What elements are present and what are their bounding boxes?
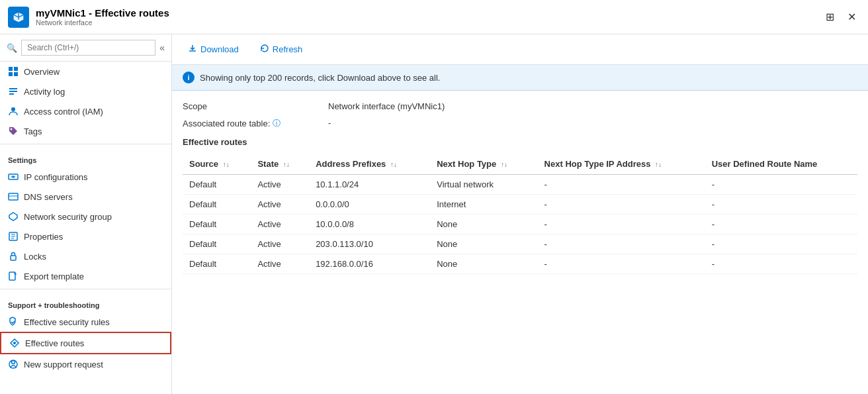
info-tooltip-icon: ⓘ <box>273 118 281 129</box>
refresh-icon <box>260 44 269 55</box>
download-icon <box>188 44 197 55</box>
effective-routes-section-title: Effective routes <box>183 137 857 147</box>
sidebar-item-overview[interactable]: Overview <box>0 62 171 81</box>
svg-rect-1 <box>14 67 18 71</box>
toolbar: Download Refresh <box>172 34 868 65</box>
search-box: 🔍 « <box>0 34 171 62</box>
scope-value: Network interface (myVMNic1) <box>328 101 445 111</box>
svg-point-8 <box>11 128 13 130</box>
sidebar: 🔍 « Overview Activity log Access control… <box>0 34 172 394</box>
svg-point-16 <box>13 342 16 344</box>
svg-point-7 <box>11 107 15 111</box>
col-state[interactable]: State ↑↓ <box>251 154 309 175</box>
nsg-icon <box>8 211 19 222</box>
access-control-icon <box>8 106 19 117</box>
routes-table: Source ↑↓ State ↑↓ Address Prefixes ↑↓ <box>183 154 857 274</box>
sidebar-item-security-label: Effective security rules <box>24 317 110 327</box>
sidebar-item-tags-label: Tags <box>24 126 42 136</box>
locks-icon <box>8 251 19 262</box>
table-row: DefaultActive10.0.0.0/8None-- <box>183 215 857 234</box>
content-body: Scope Network interface (myVMNic1) Assoc… <box>172 91 868 285</box>
settings-section-label: Settings <box>0 147 171 167</box>
sort-state-icon: ↑↓ <box>283 161 290 168</box>
main-layout: 🔍 « Overview Activity log Access control… <box>0 34 868 394</box>
svg-rect-3 <box>14 72 18 76</box>
sidebar-item-effective-routes[interactable]: Effective routes <box>0 332 171 354</box>
scope-row: Scope Network interface (myVMNic1) <box>183 101 857 111</box>
effective-security-icon <box>8 317 19 327</box>
scope-label: Scope <box>183 101 328 111</box>
sidebar-item-dns-label: DNS servers <box>24 192 73 202</box>
download-label: Download <box>200 44 239 54</box>
dns-icon <box>8 191 19 202</box>
col-next-hop-ip[interactable]: Next Hop Type IP Address ↑↓ <box>538 154 705 175</box>
table-row: DefaultActive10.1.1.0/24Virtual network-… <box>183 175 857 195</box>
info-banner: i Showing only top 200 records, click Do… <box>172 65 868 91</box>
page-title: myVMNic1 - Effective routes <box>36 7 169 19</box>
sidebar-item-properties[interactable]: Properties <box>0 226 171 246</box>
overview-icon <box>8 66 19 77</box>
svg-rect-5 <box>9 91 17 92</box>
title-bar-right: ⊞ ✕ <box>822 9 860 25</box>
properties-icon <box>8 231 19 242</box>
title-bar-left: myVMNic1 - Effective routes Network inte… <box>8 7 169 28</box>
sort-hop-ip-icon: ↑↓ <box>655 161 662 168</box>
support-divider <box>0 289 171 289</box>
page-subtitle: Network interface <box>36 19 169 26</box>
refresh-button[interactable]: Refresh <box>255 41 308 58</box>
close-button[interactable]: ✕ <box>844 9 860 25</box>
col-source[interactable]: Source ↑↓ <box>183 154 251 175</box>
sidebar-item-access-control-label: Access control (IAM) <box>24 107 103 117</box>
route-table-row: Associated route table: ⓘ - <box>183 118 857 129</box>
sort-hop-type-icon: ↑↓ <box>501 161 507 168</box>
info-message: Showing only top 200 records, click Down… <box>200 73 441 83</box>
ip-config-icon <box>8 172 19 182</box>
col-next-hop-type[interactable]: Next Hop Type ↑↓ <box>430 154 537 175</box>
sidebar-item-new-support-request[interactable]: New support request <box>0 354 171 374</box>
sidebar-item-dns-servers[interactable]: DNS servers <box>0 187 171 207</box>
sidebar-item-export-label: Export template <box>24 271 84 281</box>
sidebar-item-export-template[interactable]: Export template <box>0 266 171 286</box>
svg-rect-13 <box>11 256 16 260</box>
route-table-label: Associated route table: ⓘ <box>183 118 328 129</box>
svg-point-18 <box>12 361 15 364</box>
refresh-label: Refresh <box>273 44 303 54</box>
download-button[interactable]: Download <box>183 41 244 58</box>
sidebar-item-ip-configurations[interactable]: IP configurations <box>0 167 171 187</box>
effective-routes-icon <box>9 338 20 348</box>
col-address-prefixes[interactable]: Address Prefixes ↑↓ <box>309 154 430 175</box>
svg-rect-4 <box>9 88 17 89</box>
title-text: myVMNic1 - Effective routes Network inte… <box>36 7 169 26</box>
collapse-button[interactable]: « <box>159 42 165 53</box>
info-icon: i <box>183 72 195 83</box>
app-icon <box>8 7 29 28</box>
sidebar-item-access-control[interactable]: Access control (IAM) <box>0 101 171 121</box>
settings-divider <box>0 144 171 144</box>
sort-source-icon: ↑↓ <box>223 161 230 168</box>
sidebar-item-nsg-label: Network security group <box>24 212 112 222</box>
pin-button[interactable]: ⊞ <box>822 9 838 25</box>
search-input[interactable] <box>21 40 155 56</box>
sidebar-item-activity-log[interactable]: Activity log <box>0 81 171 101</box>
sort-address-icon: ↑↓ <box>390 161 397 168</box>
sidebar-item-properties-label: Properties <box>24 232 63 242</box>
sidebar-item-locks[interactable]: Locks <box>0 246 171 266</box>
support-icon <box>8 359 19 369</box>
sidebar-item-tags[interactable]: Tags <box>0 121 171 141</box>
svg-rect-0 <box>9 67 13 71</box>
export-icon <box>8 271 19 281</box>
support-section-label: Support + troubleshooting <box>0 292 171 312</box>
table-header-row: Source ↑↓ State ↑↓ Address Prefixes ↑↓ <box>183 154 857 175</box>
tags-icon <box>8 126 19 136</box>
svg-rect-10 <box>9 193 18 200</box>
sidebar-item-effective-security-rules[interactable]: Effective security rules <box>0 312 171 332</box>
sidebar-item-support-label: New support request <box>24 360 103 369</box>
col-user-defined-route: User Defined Route Name <box>705 154 857 175</box>
content-area: Download Refresh i Showing only top 200 … <box>172 34 868 394</box>
svg-rect-2 <box>9 72 13 76</box>
sidebar-item-network-security-group[interactable]: Network security group <box>0 207 171 226</box>
sidebar-item-ip-config-label: IP configurations <box>24 172 88 182</box>
sidebar-item-locks-label: Locks <box>24 252 46 262</box>
sidebar-item-effective-routes-label: Effective routes <box>25 338 84 348</box>
svg-rect-6 <box>9 93 14 95</box>
